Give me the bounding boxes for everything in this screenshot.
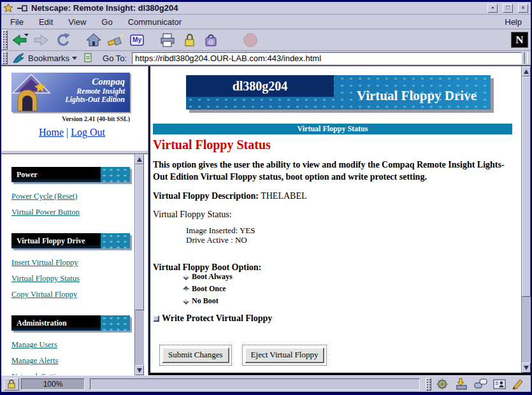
my-netscape-icon: My bbox=[130, 34, 144, 46]
main-scroll-thumb[interactable] bbox=[522, 76, 531, 297]
section-header-decoration bbox=[101, 167, 130, 182]
address-book-component-button[interactable] bbox=[490, 377, 509, 391]
discussions-icon bbox=[473, 378, 487, 391]
menu-go[interactable]: Go bbox=[101, 17, 112, 27]
radio-boot-always[interactable]: Boot Always bbox=[183, 273, 517, 282]
print-button[interactable] bbox=[157, 31, 178, 50]
window-pin-icon[interactable] bbox=[17, 4, 27, 13]
status-lock-icon bbox=[7, 379, 16, 389]
shop-button[interactable]: @ bbox=[200, 31, 222, 50]
session-links: Home | Log Out bbox=[11, 127, 133, 138]
home-button[interactable] bbox=[83, 31, 104, 50]
sidebar-link-copy-virtual-floppy[interactable]: Copy Virtual Floppy bbox=[11, 290, 134, 299]
bookmarks-dropdown-icon[interactable] bbox=[72, 57, 77, 60]
netscape-logo[interactable]: N bbox=[511, 32, 528, 48]
menu-file[interactable]: File bbox=[10, 17, 24, 27]
svg-text:@: @ bbox=[208, 39, 213, 45]
main-scrollbar[interactable] bbox=[521, 66, 531, 373]
sidebar-scroll-thumb[interactable] bbox=[135, 164, 144, 310]
location-bar: Bookmarks Go To: bbox=[1, 51, 531, 66]
sidebar-link-power-cycle[interactable]: Power Cycle (Reset) bbox=[11, 192, 134, 201]
bookmarks-icon bbox=[11, 52, 25, 64]
minimize-button[interactable]: ▪ bbox=[487, 4, 498, 13]
close-button[interactable]: × bbox=[518, 4, 528, 13]
sidebar-scrollbar[interactable] bbox=[134, 154, 144, 375]
section-administration: Administration Manage Users Manage Alert… bbox=[11, 315, 134, 375]
toolbar-grip[interactable] bbox=[2, 30, 8, 50]
floppy-status-values: Image Inserted: YES Drive Active : NO bbox=[186, 226, 517, 245]
location-bar-grip[interactable] bbox=[2, 52, 8, 64]
security-lock-icon bbox=[182, 32, 197, 48]
main-scroll-up-button[interactable] bbox=[522, 66, 531, 76]
menu-view[interactable]: View bbox=[68, 17, 86, 27]
sidebar-link-virtual-power-button[interactable]: Virtual Power Button bbox=[11, 208, 134, 217]
mailbox-component-button[interactable] bbox=[452, 377, 471, 391]
bookmarks-label[interactable]: Bookmarks bbox=[28, 54, 69, 63]
forward-button[interactable] bbox=[31, 31, 52, 50]
main-scroll-track[interactable] bbox=[522, 297, 531, 363]
component-bar-grip[interactable] bbox=[426, 378, 431, 391]
search-button[interactable] bbox=[104, 31, 126, 50]
section-header-decoration bbox=[101, 315, 130, 331]
sidebar-scroll-down-button[interactable] bbox=[135, 365, 144, 375]
arrow-up-icon bbox=[524, 69, 529, 74]
home-link[interactable]: Home bbox=[39, 127, 64, 138]
composer-component-button[interactable] bbox=[509, 377, 528, 391]
sidebar-link-manage-alerts[interactable]: Manage Alerts bbox=[11, 356, 134, 366]
url-bar-handle[interactable] bbox=[524, 52, 528, 64]
logo-text: Compaq Remote Insight Lights-Out Edition bbox=[51, 73, 130, 112]
navigation-toolbar: My @ bbox=[1, 29, 531, 51]
maximize-button[interactable]: □ bbox=[503, 4, 513, 13]
shop-icon: @ bbox=[203, 32, 219, 48]
my-netscape-button[interactable]: My bbox=[126, 31, 148, 50]
sidebar-scroll-track[interactable] bbox=[135, 310, 144, 365]
write-protect-checkbox[interactable] bbox=[153, 315, 159, 322]
sidebar-scroll-up-button[interactable] bbox=[135, 154, 144, 164]
write-protect-label: Write Protect Virtual Floppy bbox=[162, 313, 272, 324]
radio-button-icon bbox=[183, 298, 189, 305]
section-title-bar: Virtual Floppy Status bbox=[153, 124, 512, 134]
sidebar-link-manage-users[interactable]: Manage Users bbox=[11, 340, 134, 350]
eject-virtual-floppy-button[interactable]: Eject Virtual Floppy bbox=[245, 347, 325, 363]
banner-page-title: Virtual Floppy Drive bbox=[357, 88, 477, 104]
menu-communicator[interactable]: Communicator bbox=[128, 17, 182, 27]
power-section-header: Power bbox=[11, 167, 130, 182]
radio-no-boot[interactable]: No Boot bbox=[183, 297, 517, 306]
window-title: Netscape: Remote Insight: dl380g204 bbox=[31, 3, 482, 13]
reload-button[interactable] bbox=[52, 31, 74, 50]
sidebar-scroll-area bbox=[134, 154, 148, 375]
sidebar-link-virtual-floppy-status[interactable]: Virtual Floppy Status bbox=[11, 274, 134, 284]
discussions-component-button[interactable] bbox=[471, 377, 490, 391]
sidebar-link-insert-virtual-floppy[interactable]: Insert Virtual Floppy bbox=[11, 258, 134, 268]
floppy-description-value: THELABEL bbox=[261, 191, 306, 201]
security-indicator[interactable] bbox=[4, 378, 19, 391]
section-power: Power Power Cycle (Reset) Virtual Power … bbox=[11, 167, 134, 217]
security-button[interactable] bbox=[178, 31, 200, 50]
url-input[interactable] bbox=[132, 52, 522, 64]
stop-button[interactable] bbox=[240, 31, 261, 50]
menu-edit[interactable]: Edit bbox=[39, 17, 53, 27]
administration-section-header: Administration bbox=[11, 315, 130, 331]
navigator-icon bbox=[436, 378, 449, 391]
submit-changes-button-focus: Submit Changes bbox=[159, 345, 232, 366]
logout-link[interactable]: Log Out bbox=[71, 127, 105, 138]
floppy-description-line: Virtual Floppy Description: THELABEL bbox=[153, 191, 517, 201]
menu-help[interactable]: Help bbox=[505, 17, 522, 27]
composer-icon bbox=[512, 378, 526, 391]
virtual-floppy-section-header: Virtual Floppy Drive bbox=[11, 233, 130, 248]
status-bar: 100% bbox=[1, 375, 531, 392]
navigator-component-button[interactable] bbox=[433, 377, 452, 391]
back-button[interactable] bbox=[9, 31, 31, 50]
page-proxy-icon[interactable] bbox=[82, 52, 94, 64]
section-header-decoration bbox=[101, 233, 130, 248]
write-protect-row[interactable]: Write Protect Virtual Floppy bbox=[153, 313, 517, 324]
submit-changes-button[interactable]: Submit Changes bbox=[162, 347, 229, 363]
main-scroll-down-button[interactable] bbox=[522, 363, 531, 373]
menu-bar: File Edit View Go Communicator Help bbox=[1, 15, 531, 29]
boot-option-label: Virtual Floppy Boot Option: bbox=[153, 262, 517, 273]
status-message-area bbox=[90, 378, 420, 390]
reload-icon bbox=[55, 32, 71, 48]
radio-no-boot-label: No Boot bbox=[192, 296, 219, 306]
radio-boot-once[interactable]: Boot Once bbox=[183, 285, 517, 294]
version-label: Version 2.41 (40-bit SSL) bbox=[11, 115, 130, 122]
